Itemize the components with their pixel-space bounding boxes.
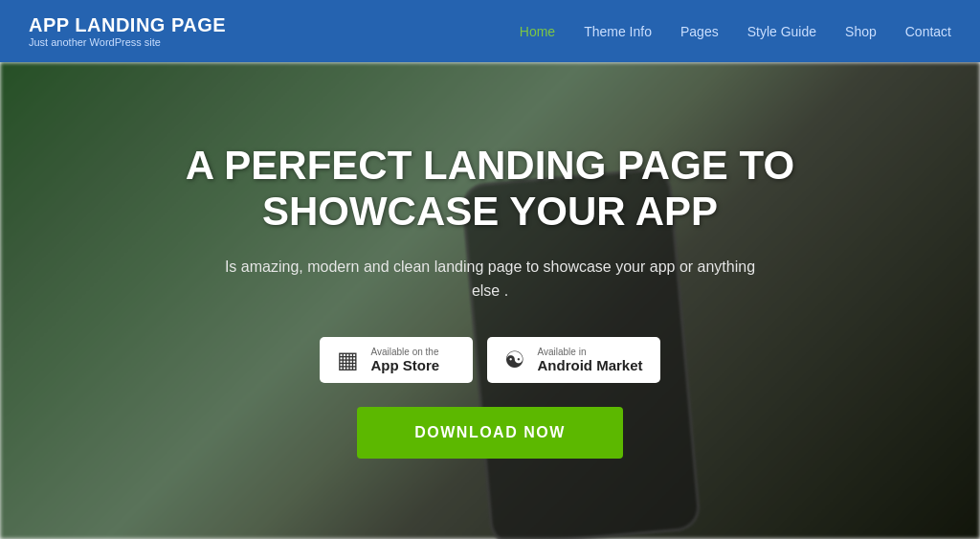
app-store-text: Available on the App Store	[370, 347, 439, 373]
site-header: APP LANDING PAGE Just another WordPress …	[0, 0, 980, 62]
android-icon: ☯	[504, 347, 525, 373]
phone-icon: ▦	[337, 347, 359, 373]
hero-title: A PERFECT LANDING PAGE TO SHOWCASE YOUR …	[115, 143, 865, 236]
download-now-button[interactable]: DOWNLOAD NOW	[357, 407, 623, 459]
nav-item-shop[interactable]: Shop	[845, 24, 877, 39]
store-buttons-container: ▦ Available on the App Store ☯ Available…	[320, 337, 659, 383]
nav-item-theme-info[interactable]: Theme Info	[584, 24, 652, 39]
android-market-button[interactable]: ☯ Available in Android Market	[487, 337, 659, 383]
nav-item-contact[interactable]: Contact	[905, 24, 951, 39]
app-store-name-label: App Store	[370, 357, 439, 373]
nav-item-home[interactable]: Home	[520, 24, 555, 39]
hero-subtitle: Is amazing, modern and clean landing pag…	[222, 255, 758, 303]
site-title: APP LANDING PAGE	[29, 14, 226, 36]
nav-item-pages[interactable]: Pages	[680, 24, 719, 39]
site-branding: APP LANDING PAGE Just another WordPress …	[29, 14, 226, 48]
android-available-label: Available in	[537, 347, 586, 357]
app-store-button[interactable]: ▦ Available on the App Store	[320, 337, 473, 383]
android-market-text: Available in Android Market	[537, 347, 642, 373]
nav-item-style-guide[interactable]: Style Guide	[747, 24, 816, 39]
hero-section: A PERFECT LANDING PAGE TO SHOWCASE YOUR …	[0, 62, 980, 539]
app-store-available-label: Available on the	[370, 347, 438, 357]
hero-content: A PERFECT LANDING PAGE TO SHOWCASE YOUR …	[0, 62, 980, 539]
site-tagline: Just another WordPress site	[29, 36, 226, 48]
main-navigation: Home Theme Info Pages Style Guide Shop C…	[520, 24, 951, 39]
android-market-name-label: Android Market	[537, 357, 642, 373]
